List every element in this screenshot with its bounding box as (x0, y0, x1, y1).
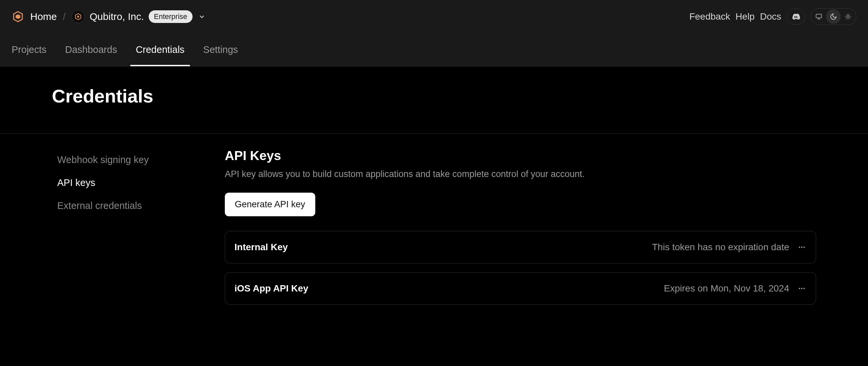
more-icon[interactable] (797, 243, 806, 251)
credentials-sidebar: Webhook signing key API keys External cr… (52, 148, 191, 313)
section-subtitle: API key allows you to build custom appli… (225, 169, 816, 179)
api-key-status: Expires on Mon, Nov 18, 2024 (664, 283, 789, 294)
svg-line-15 (850, 14, 850, 14)
theme-switcher (810, 8, 856, 25)
section-title: API Keys (225, 148, 816, 163)
header-actions: Feedback Help Docs (689, 8, 856, 25)
svg-point-18 (804, 247, 805, 248)
sidebar-item-api-keys[interactable]: API keys (52, 171, 191, 194)
home-link[interactable]: Home (30, 11, 57, 22)
sidebar-item-external[interactable]: External credentials (52, 194, 191, 217)
api-key-meta: This token has no expiration date (652, 242, 806, 252)
main-panel: API Keys API key allows you to build cus… (225, 148, 816, 313)
org-avatar-icon (71, 10, 85, 23)
api-key-row: Internal Key This token has no expiratio… (225, 231, 816, 264)
plan-badge: Enterprise (149, 10, 192, 23)
api-key-meta: Expires on Mon, Nov 18, 2024 (664, 283, 806, 294)
breadcrumb: Home / Qubitro, Inc. Enterprise (12, 10, 207, 23)
sidebar-item-webhook[interactable]: Webhook signing key (52, 148, 191, 171)
svg-point-17 (801, 247, 803, 248)
page-title: Credentials (52, 85, 816, 107)
svg-line-11 (850, 18, 850, 19)
api-key-row: iOS App API Key Expires on Mon, Nov 18, … (225, 272, 816, 305)
help-link[interactable]: Help (736, 11, 755, 22)
svg-point-16 (799, 247, 800, 248)
more-icon[interactable] (797, 284, 806, 293)
svg-point-20 (801, 288, 803, 289)
api-key-name: iOS App API Key (235, 283, 308, 294)
tab-settings[interactable]: Settings (203, 33, 238, 66)
api-key-status: This token has no expiration date (652, 242, 789, 252)
content-area: Webhook signing key API keys External cr… (0, 134, 868, 328)
theme-light-icon[interactable] (841, 9, 855, 24)
theme-dark-icon[interactable] (826, 9, 841, 24)
org-name: Qubitro, Inc. (89, 11, 144, 22)
svg-line-10 (846, 14, 846, 14)
generate-api-key-button[interactable]: Generate API key (225, 193, 315, 216)
breadcrumb-separator: / (63, 11, 65, 22)
svg-point-7 (847, 15, 849, 18)
api-key-name: Internal Key (235, 242, 288, 252)
org-selector[interactable]: Qubitro, Inc. Enterprise (71, 10, 207, 23)
tab-dashboards[interactable]: Dashboards (65, 33, 117, 66)
app-logo-icon[interactable] (12, 10, 24, 23)
svg-point-19 (799, 288, 800, 289)
main-nav: Projects Dashboards Credentials Settings (0, 33, 868, 66)
feedback-link[interactable]: Feedback (689, 11, 730, 22)
theme-system-icon[interactable] (811, 9, 826, 24)
svg-marker-1 (16, 14, 20, 19)
svg-point-3 (77, 16, 79, 18)
svg-point-21 (804, 288, 805, 289)
discord-icon[interactable] (786, 9, 805, 25)
tab-projects[interactable]: Projects (12, 33, 46, 66)
docs-link[interactable]: Docs (760, 11, 781, 22)
svg-rect-4 (816, 14, 822, 18)
app-header: Home / Qubitro, Inc. Enterprise Feedback… (0, 0, 868, 33)
tab-credentials[interactable]: Credentials (136, 33, 185, 66)
page-hero: Credentials (0, 66, 868, 134)
svg-line-14 (846, 18, 846, 19)
chevron-down-icon[interactable] (197, 12, 207, 21)
